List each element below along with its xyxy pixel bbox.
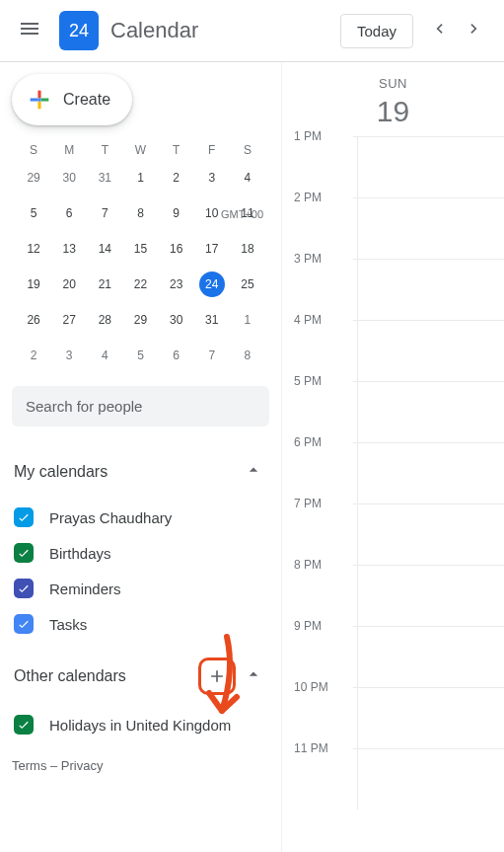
- mini-day[interactable]: 8: [230, 343, 265, 368]
- hour-label: 2 PM: [294, 191, 322, 204]
- hour-label: 1 PM: [294, 129, 322, 143]
- other-calendars-toggle[interactable]: Other calendars: [12, 652, 269, 707]
- mini-day[interactable]: 28: [87, 307, 122, 333]
- mini-day[interactable]: 4: [87, 343, 122, 368]
- calendar-checkbox[interactable]: [14, 614, 34, 634]
- mini-day[interactable]: 6: [159, 343, 194, 368]
- time-slot[interactable]: 10 PM: [282, 687, 504, 748]
- calendar-item[interactable]: Prayas Chaudhary: [12, 500, 269, 535]
- mini-day[interactable]: 16: [159, 236, 194, 262]
- calendar-checkbox[interactable]: [14, 579, 34, 598]
- timezone-label: GMT+00: [221, 208, 263, 220]
- calendar-label: Reminders: [49, 581, 121, 597]
- day-number: 19: [282, 95, 504, 128]
- time-slot[interactable]: 2 PM: [282, 197, 504, 259]
- mini-day[interactable]: 7: [194, 343, 230, 368]
- time-slot[interactable]: 5 PM: [282, 381, 504, 442]
- search-people-input[interactable]: Search for people: [12, 386, 269, 426]
- mini-dow: F: [194, 143, 230, 157]
- mini-day[interactable]: 3: [51, 343, 87, 368]
- sidebar: Create SMTWTFS 2930311234567891011121314…: [0, 62, 281, 852]
- day-header: SUN 19: [282, 62, 504, 136]
- mini-day[interactable]: 2: [159, 165, 194, 191]
- mini-day[interactable]: 27: [51, 307, 87, 333]
- time-slot[interactable]: 1 PM: [282, 136, 504, 197]
- mini-day[interactable]: 26: [16, 307, 51, 333]
- mini-dow: S: [16, 143, 51, 157]
- hour-label: 11 PM: [294, 741, 328, 755]
- mini-calendar: SMTWTFS 29303112345678910111213141516171…: [8, 143, 273, 368]
- mini-day[interactable]: 21: [87, 271, 122, 297]
- day-view[interactable]: SUN 19 GMT+00 1 PM2 PM3 PM4 PM5 PM6 PM7 …: [281, 62, 504, 852]
- calendar-label: Tasks: [49, 616, 87, 633]
- time-slot[interactable]: 4 PM: [282, 320, 504, 381]
- calendar-item[interactable]: Holidays in United Kingdom: [12, 707, 269, 742]
- calendar-item[interactable]: Birthdays: [12, 535, 269, 571]
- menu-icon[interactable]: [12, 11, 47, 50]
- hour-label: 4 PM: [294, 313, 322, 327]
- add-other-calendar-button[interactable]: [198, 658, 236, 695]
- mini-day[interactable]: 14: [87, 236, 122, 262]
- mini-day[interactable]: 19: [16, 271, 51, 297]
- hour-label: 6 PM: [294, 435, 322, 449]
- time-slot[interactable]: 3 PM: [282, 259, 504, 320]
- mini-day[interactable]: 17: [194, 236, 230, 262]
- privacy-link[interactable]: Privacy: [61, 758, 104, 773]
- calendar-checkbox[interactable]: [14, 507, 34, 527]
- hour-label: 5 PM: [294, 374, 322, 388]
- other-calendars-title: Other calendars: [14, 667, 126, 685]
- terms-link[interactable]: Terms: [12, 758, 46, 773]
- mini-day[interactable]: 12: [16, 236, 51, 262]
- mini-day[interactable]: 6: [51, 200, 87, 226]
- mini-day[interactable]: 5: [16, 200, 51, 226]
- time-slot[interactable]: 6 PM: [282, 442, 504, 503]
- calendar-item[interactable]: Reminders: [12, 571, 269, 606]
- time-slot[interactable]: 7 PM: [282, 503, 504, 565]
- mini-day[interactable]: 13: [51, 236, 87, 262]
- mini-day[interactable]: 1: [230, 307, 265, 333]
- mini-day[interactable]: 7: [87, 200, 122, 226]
- mini-dow: W: [122, 143, 158, 157]
- mini-day[interactable]: 29: [16, 165, 51, 191]
- mini-day[interactable]: 29: [122, 307, 158, 333]
- mini-day[interactable]: 1: [122, 165, 158, 191]
- my-calendars-toggle[interactable]: My calendars: [12, 450, 269, 500]
- plus-icon: [207, 666, 227, 686]
- mini-day[interactable]: 20: [51, 271, 87, 297]
- calendar-checkbox[interactable]: [14, 715, 34, 735]
- mini-day[interactable]: 30: [51, 165, 87, 191]
- calendar-logo: 24: [59, 11, 99, 50]
- mini-day[interactable]: 30: [159, 307, 194, 333]
- next-period-icon[interactable]: [457, 11, 492, 50]
- footer-links: Terms – Privacy: [8, 742, 273, 789]
- mini-day[interactable]: 18: [230, 236, 265, 262]
- mini-day[interactable]: 8: [122, 200, 158, 226]
- time-slot[interactable]: 9 PM: [282, 626, 504, 687]
- mini-day[interactable]: 23: [159, 271, 194, 297]
- plus-multicolor-icon: [26, 86, 53, 114]
- calendar-label: Holidays in United Kingdom: [49, 717, 231, 734]
- mini-day[interactable]: 3: [194, 165, 230, 191]
- my-calendars-title: My calendars: [14, 463, 108, 481]
- mini-day[interactable]: 25: [230, 271, 265, 297]
- mini-day[interactable]: 22: [122, 271, 158, 297]
- app-header: 24 Calendar Today: [0, 0, 504, 61]
- time-slot[interactable]: 11 PM: [282, 748, 504, 810]
- create-button[interactable]: Create: [12, 74, 132, 125]
- mini-day[interactable]: 2: [16, 343, 51, 368]
- mini-day[interactable]: 31: [194, 307, 230, 333]
- time-slot[interactable]: 8 PM: [282, 565, 504, 626]
- mini-day[interactable]: 31: [87, 165, 122, 191]
- mini-day[interactable]: 15: [122, 236, 158, 262]
- app-title: Calendar: [110, 18, 340, 43]
- calendar-checkbox[interactable]: [14, 543, 34, 563]
- mini-day[interactable]: 4: [230, 165, 265, 191]
- mini-day[interactable]: 5: [122, 343, 158, 368]
- hour-label: 10 PM: [294, 680, 328, 694]
- mini-day[interactable]: 9: [159, 200, 194, 226]
- prev-period-icon[interactable]: [421, 11, 457, 50]
- today-button[interactable]: Today: [340, 14, 413, 48]
- mini-day[interactable]: 24: [199, 271, 225, 297]
- svg-rect-0: [37, 98, 40, 101]
- calendar-item[interactable]: Tasks: [12, 606, 269, 642]
